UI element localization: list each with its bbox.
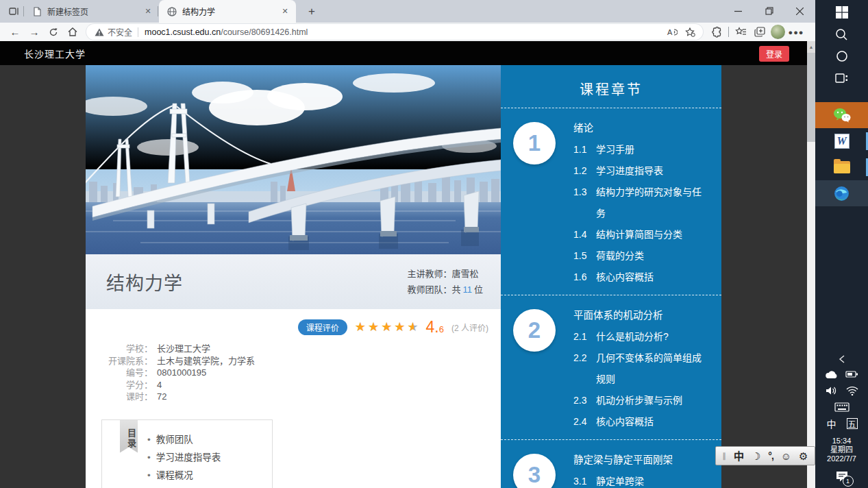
taskbar-edge-button[interactable] <box>815 180 868 206</box>
star-icon: ★★ <box>355 321 366 333</box>
chapter-item[interactable]: 2.1什么是机动分析? <box>573 326 708 347</box>
favorites-star-button[interactable] <box>681 25 699 39</box>
volume-icon[interactable] <box>825 383 839 398</box>
info-label: 编号： <box>86 367 153 379</box>
chapter-item-label: 机动分析步骤与示例 <box>596 390 708 411</box>
course-title: 结构力学 <box>106 269 183 295</box>
info-label: 学校： <box>86 343 153 355</box>
wifi-icon[interactable] <box>845 383 859 398</box>
scrollbar-up-arrow[interactable]: ▲ <box>807 41 815 53</box>
taskbar-tray: 中 五 15:34 星期四 2022/7/7 1 <box>825 352 859 488</box>
browser-window: 新建标签页 ✕ 结构力学 ✕ + <box>0 0 815 488</box>
chapter-item[interactable]: 1.2学习进度指导表 <box>573 160 708 182</box>
toc-item[interactable]: •结构设计大赛作品展 <box>147 485 272 488</box>
scrollbar-thumb[interactable] <box>807 53 815 142</box>
toc-item[interactable]: •学习进度指导表 <box>147 449 272 467</box>
chapter-item[interactable]: 2.3机动分析步骤与示例 <box>573 390 708 411</box>
page-scrollbar[interactable]: ▲ <box>807 41 815 488</box>
cortana-button[interactable] <box>815 45 868 67</box>
taskbar-wechat-button[interactable] <box>815 102 868 128</box>
start-button[interactable] <box>815 1 868 23</box>
team-count[interactable]: 11 <box>462 284 472 295</box>
tab-close-icon[interactable]: ✕ <box>142 6 153 17</box>
restore-button[interactable] <box>754 0 784 22</box>
chapter-item[interactable]: 2.4核心内容概括 <box>573 411 708 432</box>
chapter-item-label: 结构力学的研究对象与任务 <box>596 182 708 224</box>
chapter-item[interactable]: 2.2几何不变体系的简单组成规则 <box>573 347 708 390</box>
tab-actions-menu-button[interactable] <box>5 3 23 19</box>
ime-settings-icon[interactable]: ⚙ <box>799 451 808 461</box>
notification-badge: 1 <box>843 476 854 487</box>
tray-expand-chevron[interactable] <box>835 352 849 366</box>
toc-item[interactable]: •课程概况 <box>147 467 272 485</box>
home-button[interactable] <box>63 24 82 40</box>
action-center-button[interactable]: 1 <box>835 469 849 484</box>
tab-new-tab-page[interactable]: 新建标签页 ✕ <box>25 0 159 23</box>
svg-text:A: A <box>667 28 673 36</box>
chapter-number-badge: 2 <box>513 309 556 352</box>
settings-menu-button[interactable]: ●●● <box>786 24 806 40</box>
touch-keyboard-icon[interactable] <box>834 400 850 415</box>
toc-item[interactable]: •教师团队 <box>147 431 272 449</box>
login-button[interactable]: 登录 <box>759 46 789 62</box>
tab-course-page[interactable]: 结构力学 ✕ <box>159 0 296 23</box>
chapter-item[interactable]: 1.6核心内容概括 <box>573 267 708 288</box>
close-window-button[interactable] <box>784 0 815 22</box>
ime-chinese-mode-icon[interactable]: 中 <box>734 451 744 461</box>
course-rating-badge[interactable]: 课程评价 <box>298 319 347 335</box>
taskbar-search-button[interactable] <box>815 23 868 45</box>
ime-toolbar[interactable]: ∥ 中 ☽ °, ☺ ⚙ <box>715 446 815 465</box>
minimize-button[interactable] <box>723 0 754 22</box>
chapter-item-number: 1.3 <box>573 182 596 224</box>
refresh-button[interactable] <box>44 24 63 40</box>
info-row: 学分：4 <box>86 379 501 391</box>
url-path[interactable]: /course/80691426.html <box>221 27 308 37</box>
profile-avatar[interactable] <box>771 25 785 39</box>
taskbar-word-button[interactable]: W <box>815 128 868 154</box>
task-view-button[interactable] <box>815 67 868 89</box>
power-battery-icon[interactable] <box>845 367 859 382</box>
chapter-item[interactable]: 1.1学习手册 <box>573 139 708 160</box>
ime-drag-handle[interactable]: ∥ <box>722 452 726 460</box>
ime-fullwidth-moon-icon[interactable]: ☽ <box>752 451 760 461</box>
chapter-title[interactable]: 静定梁与静定平面刚架 <box>573 450 708 471</box>
info-value: 72 <box>157 391 166 403</box>
chapter-item[interactable]: 1.3结构力学的研究对象与任务 <box>573 182 708 224</box>
chapters-sidebar: 课程章节 1绪论1.1学习手册1.2学习进度指导表1.3结构力学的研究对象与任务… <box>501 65 721 488</box>
onedrive-icon[interactable] <box>825 367 839 382</box>
toc-item-label: 结构设计大赛作品展 <box>156 485 240 488</box>
extensions-icon[interactable] <box>707 24 726 40</box>
chapter-item-number: 1.5 <box>573 245 596 267</box>
info-label: 开课院系： <box>86 355 153 367</box>
ime-layout-indicator[interactable]: 五 <box>847 418 858 429</box>
star-icon: ★★ <box>407 321 418 333</box>
forward-button[interactable]: → <box>25 24 44 40</box>
score-decimal: 6 <box>439 324 444 334</box>
chapter-item[interactable]: 1.4结构计算简图与分类 <box>573 224 708 245</box>
new-tab-button[interactable]: + <box>303 3 321 19</box>
collections-icon[interactable] <box>750 24 769 40</box>
address-bar[interactable]: 不安全 mooc1.csust.edu.cn /course/80691426.… <box>86 24 703 40</box>
taskbar-clock[interactable]: 15:34 星期四 2022/7/7 <box>827 437 856 463</box>
tab-close-icon[interactable]: ✕ <box>280 6 290 17</box>
chapter-item[interactable]: 3.1静定单跨梁 <box>573 471 708 488</box>
url-domain[interactable]: mooc1.csust.edu.cn <box>145 27 221 37</box>
security-warning-label[interactable]: 不安全 <box>108 26 132 38</box>
taskbar-file-explorer-button[interactable] <box>815 154 868 180</box>
school-name: 长沙理工大学 <box>24 47 86 60</box>
windows-taskbar: W <box>815 0 868 488</box>
chapter-block: 2平面体系的机动分析2.1什么是机动分析?2.2几何不变体系的简单组成规则2.3… <box>501 295 721 439</box>
chapter-item[interactable]: 1.5荷载的分类 <box>573 245 708 267</box>
star-icon: ★★ <box>368 321 379 333</box>
windows-logo-icon <box>836 6 848 19</box>
chapter-block: 3静定梁与静定平面刚架3.1静定单跨梁 <box>501 439 721 488</box>
ime-language-indicator[interactable]: 中 <box>825 416 839 431</box>
favorites-bar-icon[interactable] <box>731 24 750 40</box>
read-aloud-button[interactable]: A <box>663 25 681 39</box>
chapter-title[interactable]: 绪论 <box>573 118 708 139</box>
back-button[interactable]: ← <box>5 24 25 40</box>
ime-punctuation-icon[interactable]: °, <box>768 451 773 461</box>
chapter-title[interactable]: 平面体系的机动分析 <box>573 305 708 326</box>
rating-score: 4.6 <box>426 318 444 337</box>
ime-emoji-icon[interactable]: ☺ <box>781 451 791 461</box>
